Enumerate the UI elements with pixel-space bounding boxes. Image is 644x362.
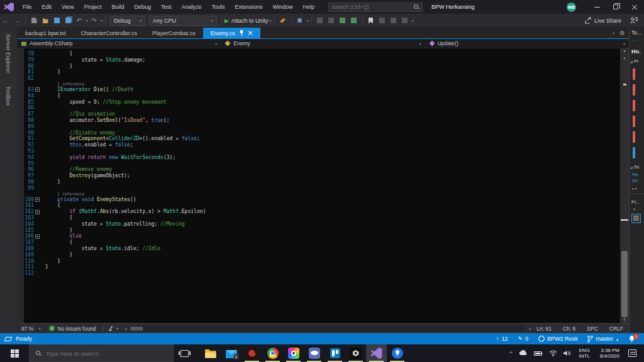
maximize-button[interactable] xyxy=(606,0,625,14)
menu-item-edit[interactable]: Edit xyxy=(37,0,57,14)
quick-search-box[interactable] xyxy=(328,3,423,12)
code-line-85[interactable]: 85 speed = 0; //Stop enemy movement xyxy=(18,99,620,106)
bookmark-icon[interactable] xyxy=(366,16,376,26)
close-button[interactable] xyxy=(625,0,644,14)
taskbar-app-trello[interactable] xyxy=(325,344,345,362)
battery-icon[interactable] xyxy=(534,351,543,356)
code-line-86[interactable]: 86 xyxy=(18,105,620,111)
code-line-108[interactable]: 108 state = State.idle; //Idle xyxy=(18,246,620,252)
horizontal-scrollbar[interactable] xyxy=(129,326,525,332)
tab-charactercontroller-cs[interactable]: CharacterController.cs xyxy=(74,28,145,38)
panel-item[interactable] xyxy=(633,99,644,112)
column-indicator[interactable]: Ch: 6 xyxy=(557,326,581,332)
collapse-region-icon[interactable] xyxy=(35,234,40,239)
code-cleanup-dropdown-icon[interactable]: ▾ xyxy=(116,326,118,331)
action-center-icon[interactable] xyxy=(628,349,636,357)
pin-icon[interactable] xyxy=(239,30,244,36)
taskbar-app-mail[interactable]: 2 xyxy=(221,344,242,362)
clear-bookmarks-icon[interactable] xyxy=(400,16,410,26)
minimize-button[interactable] xyxy=(587,0,606,14)
clock[interactable]: 3:38 PM8/4/2020 xyxy=(600,348,619,359)
taskbar-app-chrome[interactable] xyxy=(262,344,283,362)
feedback-icon[interactable] xyxy=(630,17,638,24)
taskbar-search-input[interactable] xyxy=(46,350,173,357)
code-line-94[interactable]: 94 yield return new WaitForSeconds(3); xyxy=(18,155,620,161)
restart-icon[interactable] xyxy=(349,16,359,26)
wifi-icon[interactable] xyxy=(549,350,557,356)
step-over-icon[interactable] xyxy=(326,16,336,26)
menu-item-extensions[interactable]: Extensions xyxy=(230,0,268,14)
code-line-88[interactable]: 88 animator.SetBool("IsDead", true); xyxy=(18,118,620,124)
code-line-112[interactable]: 112 xyxy=(18,270,620,277)
volume-icon[interactable] xyxy=(564,350,571,356)
code-line-81[interactable]: 81 } xyxy=(18,69,620,75)
task-view-button[interactable] xyxy=(174,344,195,362)
code-line-105[interactable]: 105 } xyxy=(18,228,620,234)
sidebar-tab-toolbox[interactable]: Toolbox xyxy=(5,80,11,112)
pending-changes-indicator[interactable]: ✎ 0 xyxy=(518,336,528,342)
panel-section-solutions[interactable]: ◢ Sc xyxy=(630,162,644,171)
undo-icon[interactable]: ↶ xyxy=(74,16,84,26)
redo-icon[interactable]: ↷ xyxy=(89,16,99,26)
taskbar-app-maps[interactable] xyxy=(387,344,408,362)
panel-item[interactable] xyxy=(633,83,644,97)
taskbar-app-unity[interactable] xyxy=(345,344,366,362)
taskbar-app-photos[interactable] xyxy=(283,344,304,362)
code-line-83[interactable]: 83 IEnumerator Die() //Death xyxy=(18,87,620,93)
scrollbar-thumb[interactable] xyxy=(621,251,628,317)
code-line-107[interactable]: 107 { xyxy=(18,239,620,246)
menu-item-window[interactable]: Window xyxy=(268,0,298,14)
scroll-down-icon[interactable]: ▼ xyxy=(623,317,626,323)
panel-item[interactable] xyxy=(633,67,644,81)
panel-item[interactable] xyxy=(633,130,644,144)
menu-item-project[interactable]: Project xyxy=(79,0,106,14)
codelens-references[interactable]: 1 reference xyxy=(18,82,620,87)
panel-link-new[interactable]: Ne xyxy=(630,171,644,177)
scroll-left-icon[interactable]: ◂ xyxy=(125,326,126,331)
navigate-forward-icon[interactable]: → xyxy=(12,16,22,26)
account-avatar[interactable]: MB xyxy=(567,3,576,12)
panel-link-show[interactable]: Sh xyxy=(630,177,644,184)
save-all-icon[interactable] xyxy=(63,16,73,26)
menu-item-test[interactable]: Test xyxy=(156,0,177,14)
code-line-97[interactable]: 97 Destroy(gameObject); xyxy=(18,173,620,179)
sidebar-tab-server-explorer[interactable]: Server Explorer xyxy=(5,28,11,80)
taskbar-app-file-explorer[interactable] xyxy=(200,344,221,362)
whitespace-indicator[interactable]: SPC xyxy=(581,326,603,332)
hammer-icon[interactable] xyxy=(278,16,288,26)
tab-playercombat-cs[interactable]: PlayerCombat.cs xyxy=(145,28,203,38)
menu-item-tools[interactable]: Tools xyxy=(207,0,230,14)
panel-item[interactable] xyxy=(633,114,644,128)
code-line-102[interactable]: 102 if (Mathf.Abs(rb.velocity.x) > Mathf… xyxy=(18,209,620,215)
code-line-89[interactable]: 89 xyxy=(18,124,620,130)
live-share-button[interactable]: Live Share xyxy=(594,18,621,24)
panel-section-project[interactable]: ◢ Pr xyxy=(630,56,644,65)
repository-indicator[interactable]: BPW2 Resit xyxy=(538,336,578,342)
menu-item-file[interactable]: File xyxy=(18,0,37,14)
new-project-icon[interactable] xyxy=(29,16,39,26)
code-line-109[interactable]: 109 } xyxy=(18,252,620,258)
collapse-region-icon[interactable] xyxy=(35,87,40,92)
language-indicator[interactable]: ENGINTL xyxy=(579,348,590,359)
outgoing-commits-indicator[interactable]: ↑ 12 xyxy=(496,336,508,342)
code-editor[interactable]: 78 {79 state = State.damage;80 }81 }821 … xyxy=(18,48,629,323)
run-to-cursor-icon[interactable] xyxy=(338,16,348,26)
close-tab-icon[interactable] xyxy=(248,31,253,36)
screenshot-icon[interactable] xyxy=(295,16,305,26)
line-ending-indicator[interactable]: CRLF xyxy=(604,326,629,332)
step-into-icon[interactable] xyxy=(315,16,325,26)
code-line-100[interactable]: 100 private void EnemyStates() xyxy=(18,197,620,203)
taskbar-search-box[interactable] xyxy=(29,344,174,362)
code-line-91[interactable]: 91 GetComponent<Collider2D>().enabled = … xyxy=(18,136,620,142)
scroll-up-icon[interactable]: ▲ xyxy=(623,55,626,61)
code-line-78[interactable]: 78 { xyxy=(18,51,620,57)
code-line-101[interactable]: 101 { xyxy=(18,202,620,209)
code-line-110[interactable]: 110 } xyxy=(18,258,620,265)
menu-item-build[interactable]: Build xyxy=(106,0,129,14)
horizontal-scrollbar-thumb[interactable] xyxy=(130,327,143,331)
codelens-references[interactable]: 1 reference xyxy=(18,192,620,197)
code-line-92[interactable]: 92 this.enabled = false; xyxy=(18,142,620,148)
branch-indicator[interactable]: master ▴ xyxy=(587,336,618,343)
collapse-region-icon[interactable] xyxy=(35,210,40,214)
platform-dropdown[interactable]: Any CPU▾ xyxy=(149,16,217,26)
